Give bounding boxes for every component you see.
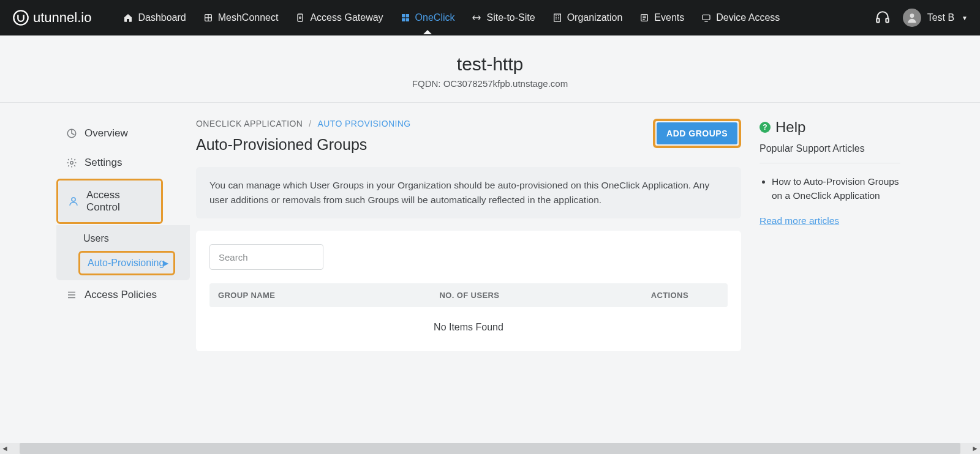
- chevron-down-icon: ▼: [962, 15, 968, 21]
- sidebar-overview-label: Overview: [85, 127, 128, 140]
- nav-organization[interactable]: Organization: [551, 12, 624, 23]
- sidebar-users-label: Users: [83, 233, 109, 244]
- arrows-icon: [472, 13, 481, 23]
- page-fqdn: FQDN: OC3078257kfpb.utnstage.com: [0, 78, 980, 89]
- main-content: ONECLICK APPLICATION / AUTO PROVISIONING…: [190, 119, 753, 351]
- active-tab-caret: [423, 30, 432, 34]
- body-wrap: Overview Settings Access Control Users A…: [0, 103, 980, 351]
- sidebar-access-control[interactable]: Access Control: [58, 180, 161, 222]
- help-title: Help: [775, 119, 805, 136]
- brand-text: utunnel.io: [33, 10, 91, 26]
- nav-organization-label: Organization: [567, 12, 623, 23]
- help-question-icon: ?: [760, 122, 771, 133]
- sidebar-access-policies-label: Access Policies: [85, 289, 157, 301]
- svg-rect-4: [402, 14, 405, 17]
- sidebar: Overview Settings Access Control Users A…: [0, 119, 190, 351]
- svg-rect-5: [405, 14, 409, 17]
- sidebar-settings-label: Settings: [85, 157, 122, 169]
- chevron-right-icon: ▶: [163, 259, 168, 267]
- sidebar-sub-access: Users Auto-Provisioning ▶: [56, 225, 190, 280]
- nav-device-access[interactable]: Device Access: [700, 12, 781, 23]
- svg-point-0: [13, 10, 28, 24]
- events-icon: [639, 13, 649, 23]
- svg-rect-12: [886, 18, 888, 23]
- add-groups-button[interactable]: ADD GROUPS: [657, 122, 737, 144]
- top-navbar: utunnel.io Dashboard MeshConnect Access …: [0, 0, 980, 35]
- sidebar-settings[interactable]: Settings: [56, 148, 190, 177]
- col-no-users: NO. OF USERS: [439, 291, 578, 300]
- col-group-name: GROUP NAME: [218, 291, 439, 300]
- help-article-item[interactable]: How to Auto-Provision Groups on a OneCli…: [772, 174, 900, 203]
- scroll-right-icon[interactable]: ►: [970, 444, 980, 453]
- nav-oneclick[interactable]: OneClick: [399, 12, 456, 23]
- svg-point-16: [72, 198, 75, 201]
- scrollbar-track[interactable]: [20, 443, 960, 454]
- nav-events-label: Events: [654, 12, 684, 23]
- scroll-left-icon[interactable]: ◄: [0, 444, 10, 453]
- gateway-icon: [295, 13, 305, 23]
- empty-message: No Items Found: [209, 307, 728, 338]
- sidebar-access-policies[interactable]: Access Policies: [56, 280, 190, 310]
- brand-logo[interactable]: utunnel.io: [12, 9, 91, 26]
- overview-icon: [66, 128, 77, 139]
- nav-dashboard-label: Dashboard: [138, 12, 186, 23]
- svg-rect-10: [703, 15, 710, 20]
- home-icon: [123, 13, 133, 23]
- help-article-list: How to Auto-Provision Groups on a OneCli…: [760, 174, 900, 203]
- svg-point-3: [300, 17, 301, 19]
- svg-point-13: [910, 13, 914, 18]
- svg-rect-8: [554, 14, 560, 21]
- breadcrumb-current[interactable]: AUTO PROVISIONING: [318, 119, 411, 128]
- nav-device-access-label: Device Access: [716, 12, 780, 23]
- sidebar-auto-provisioning[interactable]: Auto-Provisioning ▶: [80, 253, 173, 274]
- gear-icon: [66, 157, 77, 168]
- grid-icon: [401, 13, 410, 23]
- nav-site-to-site[interactable]: Site-to-Site: [470, 12, 536, 23]
- page-header: test-http FQDN: OC3078257kfpb.utnstage.c…: [0, 35, 980, 103]
- main-heading-row: ONECLICK APPLICATION / AUTO PROVISIONING…: [196, 119, 741, 154]
- user-icon: [68, 196, 79, 207]
- user-menu[interactable]: Test B ▼: [903, 9, 968, 27]
- highlight-add-groups: ADD GROUPS: [653, 119, 741, 148]
- table-header: GROUP NAME NO. OF USERS ACTIONS: [209, 283, 728, 307]
- highlight-auto-provisioning: Auto-Provisioning ▶: [78, 251, 175, 275]
- brand-icon: [12, 9, 29, 26]
- sidebar-overview[interactable]: Overview: [56, 119, 190, 148]
- nav-access-gateway[interactable]: Access Gateway: [294, 12, 384, 23]
- policies-icon: [66, 289, 77, 300]
- nav-dashboard[interactable]: Dashboard: [122, 12, 187, 23]
- device-icon: [701, 13, 711, 23]
- read-more-link[interactable]: Read more articles: [760, 215, 839, 226]
- col-actions: ACTIONS: [578, 291, 719, 300]
- horizontal-scrollbar[interactable]: ◄ ►: [0, 443, 980, 454]
- search-input[interactable]: [209, 244, 323, 270]
- breadcrumb-parent[interactable]: ONECLICK APPLICATION: [196, 119, 303, 128]
- nav-right: Test B ▼: [875, 9, 968, 27]
- breadcrumb: ONECLICK APPLICATION / AUTO PROVISIONING: [196, 119, 411, 128]
- org-icon: [552, 13, 562, 23]
- table-card: GROUP NAME NO. OF USERS ACTIONS No Items…: [196, 231, 741, 351]
- mesh-icon: [203, 13, 213, 23]
- sidebar-access-control-label: Access Control: [86, 189, 151, 214]
- svg-point-15: [70, 162, 74, 165]
- svg-rect-2: [298, 14, 303, 21]
- svg-rect-11: [876, 18, 879, 23]
- help-panel: ? Help Popular Support Articles How to A…: [753, 119, 913, 351]
- nav-meshconnect-label: MeshConnect: [218, 12, 279, 23]
- help-subtitle: Popular Support Articles: [760, 143, 900, 163]
- nav-items: Dashboard MeshConnect Access Gateway One…: [122, 12, 874, 23]
- headset-icon[interactable]: [875, 10, 891, 26]
- nav-meshconnect[interactable]: MeshConnect: [202, 12, 280, 23]
- sidebar-auto-provisioning-label: Auto-Provisioning: [88, 258, 164, 269]
- nav-events[interactable]: Events: [638, 12, 685, 23]
- breadcrumb-separator: /: [309, 119, 311, 128]
- section-title: Auto-Provisioned Groups: [196, 136, 411, 154]
- svg-rect-6: [402, 18, 405, 21]
- user-label: Test B: [927, 12, 954, 23]
- nav-oneclick-label: OneClick: [415, 12, 455, 23]
- sidebar-users[interactable]: Users: [74, 228, 190, 250]
- avatar: [903, 9, 921, 27]
- svg-rect-7: [405, 18, 409, 21]
- nav-access-gateway-label: Access Gateway: [310, 12, 383, 23]
- info-banner: You can manage which User Groups in your…: [196, 167, 741, 218]
